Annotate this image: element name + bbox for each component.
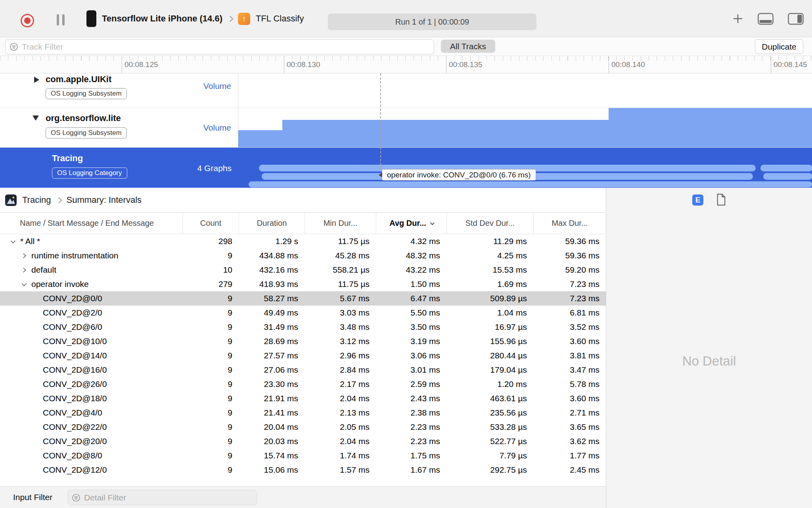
cell-std: 1.69 ms <box>446 277 533 291</box>
detail-filter-input[interactable] <box>84 493 257 502</box>
track-lane-uikit[interactable] <box>238 73 812 108</box>
cell-min: 3.03 ms <box>304 306 376 320</box>
track-tracing-selected[interactable]: Tracing OS Logging Category 4 Graphs <box>0 148 812 188</box>
track-filter-input[interactable] <box>22 42 434 52</box>
cell-std: 235.56 µs <box>446 406 533 420</box>
bottom-pane-toggle-button[interactable] <box>757 13 774 25</box>
cell-count: 9 <box>182 391 239 406</box>
cell-count: 9 <box>182 334 239 348</box>
table-row[interactable]: CONV_2D@14/0927.57 ms2.96 ms3.06 ms280.4… <box>0 348 606 363</box>
right-pane-toggle-button[interactable] <box>787 13 804 25</box>
volume-bar <box>238 130 282 147</box>
table-row[interactable]: CONV_2D@4/0921.41 ms2.13 ms2.38 ms235.56… <box>0 406 606 420</box>
cell-max: 1.77 ms <box>533 448 606 463</box>
table-row[interactable]: CONV_2D@10/0928.69 ms3.12 ms3.19 ms155.9… <box>0 334 606 348</box>
document-icon[interactable] <box>716 194 726 207</box>
breadcrumb-root[interactable]: Tracing <box>22 195 51 205</box>
device-label[interactable]: Tensorflow Lite iPhone (14.6) <box>102 13 222 24</box>
target-selector[interactable]: Tensorflow Lite iPhone (14.6) ↑ TFL Clas… <box>86 0 304 37</box>
ruler-tick: 00:08.140 <box>609 56 609 73</box>
table-row[interactable]: CONV_2D@26/0923.30 ms2.17 ms2.59 ms1.20 … <box>0 377 606 391</box>
cell-std: 522.77 µs <box>446 434 533 448</box>
column-header[interactable]: Duration <box>239 213 304 234</box>
cell-min: 1.57 ms <box>304 463 376 477</box>
track-filter-field[interactable] <box>5 39 434 54</box>
column-header[interactable]: Max Dur... <box>533 213 606 234</box>
table-row[interactable]: CONV_2D@0/0958.27 ms5.67 ms6.47 ms509.89… <box>0 291 606 306</box>
cell-avg: 2.43 ms <box>376 391 446 406</box>
cell-avg: 4.32 ms <box>376 234 446 248</box>
cell-max: 3.62 ms <box>533 434 606 448</box>
disclosure-triangle-icon[interactable] <box>33 115 39 121</box>
cell-duration: 21.91 ms <box>239 391 304 406</box>
cell-count: 9 <box>182 363 239 377</box>
column-header[interactable]: Avg Dur... <box>376 213 446 234</box>
cell-count: 9 <box>182 248 239 263</box>
cell-min: 2.13 ms <box>304 406 376 420</box>
row-disclosure-icon[interactable] <box>22 281 27 286</box>
table-row[interactable]: CONV_2D@6/0931.49 ms3.48 ms3.50 ms16.97 … <box>0 320 606 334</box>
extended-detail-button[interactable]: E <box>692 194 703 206</box>
no-detail-label: No Detail <box>606 354 812 369</box>
track-lane-tensorflow[interactable] <box>238 108 812 147</box>
all-tracks-button[interactable]: All Tracks <box>441 40 495 53</box>
cell-avg: 3.19 ms <box>376 334 446 348</box>
track-com-apple-uikit[interactable]: com.apple.UIKit OS Logging Subsystem Vol… <box>0 73 812 108</box>
row-disclosure-icon[interactable] <box>21 253 26 258</box>
table-row[interactable]: CONV_2D@8/0915.74 ms1.74 ms1.75 ms7.79 µ… <box>0 448 606 463</box>
cell-max: 2.71 ms <box>533 406 606 420</box>
cell-std: 292.75 µs <box>446 463 533 477</box>
pause-button[interactable] <box>57 14 65 25</box>
track-org-tensorflow-lite[interactable]: org.tensorflow.lite OS Logging Subsystem… <box>0 108 812 148</box>
cell-max: 2.45 ms <box>533 463 606 477</box>
column-header[interactable]: Name / Start Message / End Message <box>0 213 182 234</box>
cell-count: 9 <box>182 406 239 420</box>
cell-avg: 6.47 ms <box>376 291 446 306</box>
column-header[interactable]: Count <box>182 213 239 234</box>
disclosure-triangle-icon[interactable] <box>34 77 39 83</box>
record-button[interactable] <box>21 14 34 27</box>
cell-min: 2.96 ms <box>304 348 376 363</box>
playhead-line[interactable] <box>380 73 381 169</box>
row-disclosure-icon[interactable] <box>11 238 16 243</box>
app-label[interactable]: TFL Classify <box>256 13 304 24</box>
cell-min: 558.21 µs <box>304 263 376 277</box>
cell-std: 509.89 µs <box>446 291 533 306</box>
column-header[interactable]: Std Dev Dur... <box>446 213 533 234</box>
cell-avg: 1.50 ms <box>376 277 446 291</box>
table-row[interactable]: operator invoke279418.93 ms11.75 µs1.50 … <box>0 277 606 291</box>
cell-min: 2.05 ms <box>304 420 376 434</box>
table-row[interactable]: CONV_2D@2/0949.49 ms3.03 ms5.50 ms1.04 m… <box>0 306 606 320</box>
track-lane-tracing[interactable] <box>238 148 812 188</box>
row-disclosure-icon[interactable] <box>21 267 26 273</box>
timeline-ruler[interactable]: 00:08.12500:08.13000:08.13500:08.14000:0… <box>0 56 812 73</box>
table-row[interactable]: CONV_2D@20/0920.03 ms2.04 ms2.23 ms522.7… <box>0 434 606 448</box>
duplicate-button[interactable]: Duplicate <box>755 39 803 54</box>
cell-max: 3.52 ms <box>533 320 606 334</box>
table-row[interactable]: CONV_2D@12/0915.06 ms1.57 ms1.67 ms292.7… <box>0 463 606 477</box>
table-row[interactable]: CONV_2D@22/0920.04 ms2.05 ms2.23 ms533.2… <box>0 420 606 434</box>
cell-std: 15.53 ms <box>446 263 533 277</box>
input-filter-label[interactable]: Input Filter <box>13 493 52 502</box>
table-row[interactable]: default10432.16 ms558.21 µs43.22 ms15.53… <box>0 263 606 277</box>
run-status-display: Run 1 of 1 | 00:00:09 <box>328 13 536 30</box>
volume-bar <box>609 108 812 147</box>
track-name: com.apple.UIKit <box>46 74 111 85</box>
detail-pane: E No Detail <box>606 188 812 508</box>
cell-duration: 20.04 ms <box>239 420 304 434</box>
table-row[interactable]: CONV_2D@16/0927.06 ms2.84 ms3.01 ms179.0… <box>0 363 606 377</box>
chevron-right-icon <box>227 15 234 22</box>
table-row[interactable]: * All *2981.29 s11.75 µs4.32 ms11.29 ms5… <box>0 234 606 248</box>
cell-min: 2.84 ms <box>304 363 376 377</box>
filter-icon <box>71 493 81 502</box>
right-pane-icon <box>787 13 804 25</box>
detail-filter-field[interactable] <box>67 490 257 505</box>
column-header[interactable]: Min Dur... <box>304 213 376 234</box>
add-instrument-button[interactable] <box>732 13 744 25</box>
track-badge: OS Logging Subsystem <box>46 127 127 139</box>
toolbar: Tensorflow Lite iPhone (14.6) ↑ TFL Clas… <box>0 0 812 37</box>
breadcrumb-current[interactable]: Summary: Intervals <box>67 195 142 205</box>
table-row[interactable]: CONV_2D@18/0921.91 ms2.04 ms2.43 ms463.6… <box>0 391 606 406</box>
cell-duration: 20.03 ms <box>239 434 304 448</box>
table-row[interactable]: runtime instrumentation9434.88 ms45.28 m… <box>0 248 606 263</box>
